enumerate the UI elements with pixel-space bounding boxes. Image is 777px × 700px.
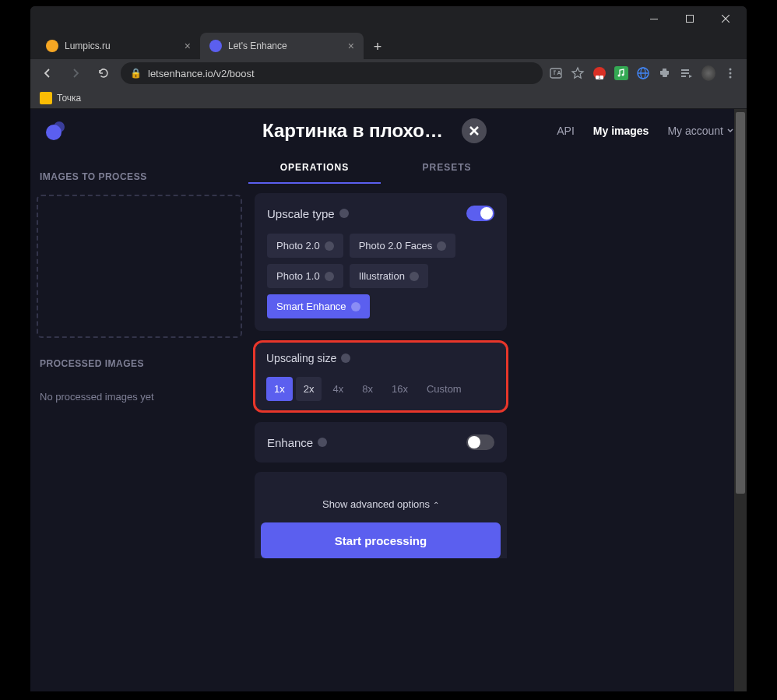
extension-icons: 1 [549, 66, 740, 80]
nav-my-images[interactable]: My images [593, 125, 649, 137]
info-icon[interactable] [318, 438, 327, 447]
chip-label: Smart Enhance [276, 301, 346, 312]
chip-label: Illustration [359, 270, 405, 282]
browser-menu-icon[interactable] [723, 66, 737, 80]
processed-empty-message: No processed images yet [37, 385, 242, 409]
processed-images-label: PROCESSED IMAGES [37, 352, 242, 375]
music-ext-icon[interactable] [614, 66, 628, 80]
svg-point-17 [730, 69, 732, 71]
advanced-label: Show advanced options [322, 498, 430, 510]
enhance-title: Enhance [267, 436, 327, 449]
nav-api[interactable]: API [557, 125, 575, 137]
tab-operations[interactable]: OPERATIONS [248, 153, 381, 184]
upscaling-size-label: Upscaling size [266, 352, 336, 364]
svg-rect-8 [614, 66, 628, 80]
chevron-up-icon: ⌃ [433, 501, 439, 509]
chevron-down-icon [726, 127, 734, 135]
upscale-type-toggle[interactable] [466, 206, 494, 221]
svg-rect-15 [681, 72, 689, 74]
chip-smart-enhance[interactable]: Smart Enhance [267, 294, 370, 318]
chip-label: Photo 2.0 [276, 240, 320, 252]
chip-label: Photo 2.0 Faces [359, 240, 433, 252]
upscale-type-options: Photo 2.0 Photo 2.0 Faces Photo 1.0 Illu… [267, 234, 494, 318]
globe-ext-icon[interactable] [636, 66, 650, 80]
browser-window: Lumpics.ru × Let's Enhance × + 🔒 letsenh… [30, 6, 747, 691]
translate-icon[interactable] [549, 66, 563, 80]
forward-button[interactable] [65, 62, 86, 84]
svg-point-10 [622, 74, 624, 76]
panel-title: Картинка в плохо… [262, 120, 443, 142]
profile-avatar[interactable] [701, 66, 715, 80]
chip-label: Photo 1.0 [276, 270, 320, 282]
lock-icon: 🔒 [130, 68, 142, 79]
upscale-type-card: Upscale type Photo 2.0 Photo 2.0 Faces P… [255, 193, 507, 331]
info-icon[interactable] [341, 354, 350, 363]
star-icon[interactable] [571, 66, 585, 80]
back-button[interactable] [37, 62, 58, 84]
show-advanced-button[interactable]: Show advanced options⌃ [255, 484, 507, 519]
reload-button[interactable] [93, 62, 114, 84]
chip-photo-2-faces[interactable]: Photo 2.0 Faces [350, 234, 456, 258]
nav-my-account-label: My account [667, 125, 723, 137]
browser-tab-lumpics[interactable]: Lumpics.ru × [37, 33, 200, 59]
size-16x[interactable]: 16x [384, 377, 416, 401]
info-icon [351, 302, 360, 311]
info-icon [325, 241, 334, 251]
svg-rect-16 [681, 76, 686, 77]
size-custom[interactable]: Custom [419, 377, 469, 401]
bookmark-label: Точка [57, 93, 81, 104]
size-4x[interactable]: 4x [325, 377, 351, 401]
start-processing-button[interactable]: Start processing [261, 522, 501, 558]
enhance-label: Enhance [267, 436, 313, 449]
tab-title: Let's Enhance [228, 40, 287, 51]
favicon-icon [209, 40, 222, 52]
upscale-type-title: Upscale type [267, 207, 349, 220]
app-logo[interactable] [43, 118, 68, 143]
window-close-button[interactable] [708, 7, 744, 30]
svg-point-9 [618, 75, 621, 77]
scrollbar-thumb[interactable] [736, 112, 745, 494]
folder-icon [40, 92, 52, 104]
size-2x[interactable]: 2x [296, 377, 322, 401]
tab-close-icon[interactable]: × [185, 40, 191, 52]
upscale-type-label: Upscale type [267, 207, 335, 220]
settings-tabs: OPERATIONS PRESETS [248, 153, 513, 184]
enhance-card: Enhance [255, 422, 507, 463]
footer-card: Show advanced options⌃ Start processing [255, 472, 507, 558]
tab-close-icon[interactable]: × [348, 40, 354, 52]
window-minimize-button[interactable] [636, 7, 672, 30]
size-8x[interactable]: 8x [354, 377, 381, 401]
browser-toolbar: 🔒 letsenhance.io/v2/boost 1 [30, 59, 747, 87]
tab-presets[interactable]: PRESETS [381, 153, 513, 184]
media-icon[interactable] [680, 66, 694, 80]
adblock-icon[interactable]: 1 [592, 66, 606, 80]
chip-photo-2[interactable]: Photo 2.0 [267, 234, 343, 258]
nav-my-account[interactable]: My account [667, 125, 734, 137]
extensions-icon[interactable] [658, 66, 672, 80]
info-icon[interactable] [339, 209, 349, 218]
bookmarks-bar: Точка [30, 87, 747, 109]
size-1x[interactable]: 1x [266, 377, 293, 401]
info-icon [325, 272, 334, 281]
browser-tab-letsenhance[interactable]: Let's Enhance × [200, 33, 364, 59]
upscaling-size-title: Upscaling size [266, 352, 495, 364]
address-bar[interactable]: 🔒 letsenhance.io/v2/boost [121, 62, 543, 84]
image-dropzone[interactable] [37, 195, 242, 338]
bookmark-tochka[interactable]: Точка [40, 92, 81, 104]
enhance-toggle[interactable] [466, 434, 494, 450]
close-panel-button[interactable] [462, 118, 487, 143]
scrollbar-track[interactable] [734, 109, 747, 691]
url-text: letsenhance.io/v2/boost [148, 68, 255, 79]
chip-photo-1[interactable]: Photo 1.0 [267, 264, 343, 288]
settings-panel: OPERATIONS PRESETS Upscale type Photo 2.… [248, 153, 513, 691]
chip-illustration[interactable]: Illustration [350, 264, 428, 288]
window-titlebar [30, 6, 747, 31]
upscaling-size-card: Upscaling size 1x 2x 4x 8x 16x Custom [253, 340, 508, 413]
browser-tabbar: Lumpics.ru × Let's Enhance × + [30, 31, 747, 59]
svg-rect-0 [650, 19, 658, 19]
new-tab-button[interactable]: + [367, 36, 388, 58]
tab-title: Lumpics.ru [65, 40, 111, 51]
app-header: Картинка в плохо… API My images My accou… [30, 109, 747, 153]
svg-point-19 [730, 76, 732, 79]
window-maximize-button[interactable] [672, 7, 708, 30]
